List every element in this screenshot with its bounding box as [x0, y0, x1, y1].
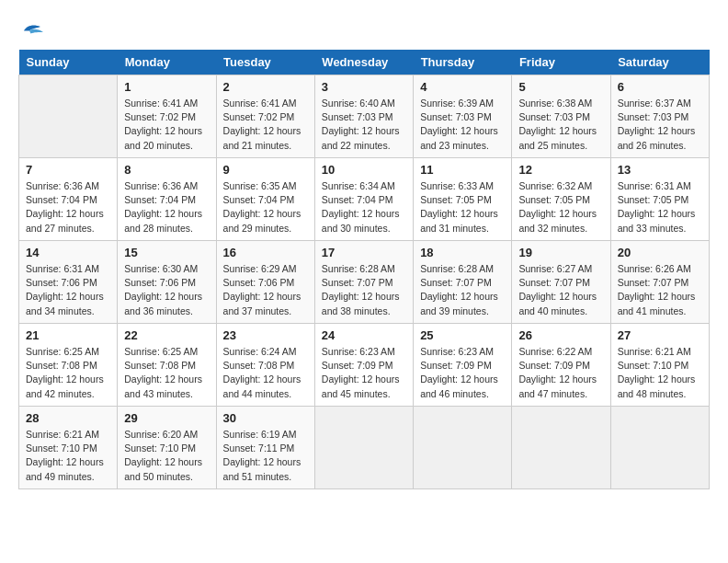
day-number: 14: [26, 246, 110, 259]
calendar-header-row: SundayMondayTuesdayWednesdayThursdayFrid…: [19, 50, 710, 75]
day-info: Sunrise: 6:25 AMSunset: 7:08 PMDaylight:…: [124, 345, 209, 401]
calendar-week-row: 28Sunrise: 6:21 AMSunset: 7:10 PMDayligh…: [19, 407, 710, 489]
day-number: 10: [322, 163, 406, 177]
day-info: Sunrise: 6:28 AMSunset: 7:07 PMDaylight:…: [420, 262, 505, 318]
day-number: 21: [26, 328, 110, 342]
calendar-cell: [414, 407, 512, 489]
calendar-cell: 21Sunrise: 6:25 AMSunset: 7:08 PMDayligh…: [19, 324, 118, 407]
calendar-cell: 2Sunrise: 6:41 AMSunset: 7:02 PMDaylight…: [216, 75, 314, 158]
calendar-cell: 3Sunrise: 6:40 AMSunset: 7:03 PMDaylight…: [314, 75, 413, 158]
column-header-tuesday: Tuesday: [216, 50, 314, 75]
column-header-sunday: Sunday: [19, 50, 118, 75]
day-info: Sunrise: 6:41 AMSunset: 7:02 PMDaylight:…: [223, 97, 308, 153]
calendar-cell: 29Sunrise: 6:20 AMSunset: 7:10 PMDayligh…: [118, 407, 216, 489]
day-info: Sunrise: 6:32 AMSunset: 7:05 PMDaylight:…: [518, 179, 603, 236]
calendar-cell: 13Sunrise: 6:31 AMSunset: 7:05 PMDayligh…: [610, 158, 709, 241]
calendar-cell: 11Sunrise: 6:33 AMSunset: 7:05 PMDayligh…: [414, 158, 512, 241]
calendar-cell: 4Sunrise: 6:39 AMSunset: 7:03 PMDaylight…: [414, 75, 512, 158]
calendar-cell: 28Sunrise: 6:21 AMSunset: 7:10 PMDayligh…: [19, 407, 118, 489]
calendar-table: SundayMondayTuesdayWednesdayThursdayFrid…: [18, 50, 710, 489]
calendar-cell: 30Sunrise: 6:19 AMSunset: 7:11 PMDayligh…: [216, 407, 314, 489]
calendar-week-row: 21Sunrise: 6:25 AMSunset: 7:08 PMDayligh…: [19, 324, 710, 407]
calendar-cell: 6Sunrise: 6:37 AMSunset: 7:03 PMDaylight…: [610, 75, 709, 158]
calendar-cell: 1Sunrise: 6:41 AMSunset: 7:02 PMDaylight…: [118, 75, 216, 158]
calendar-cell: 14Sunrise: 6:31 AMSunset: 7:06 PMDayligh…: [19, 241, 118, 324]
day-info: Sunrise: 6:39 AMSunset: 7:03 PMDaylight:…: [420, 97, 505, 153]
day-number: 8: [124, 163, 209, 177]
day-info: Sunrise: 6:29 AMSunset: 7:06 PMDaylight:…: [223, 262, 308, 318]
calendar-week-row: 7Sunrise: 6:36 AMSunset: 7:04 PMDaylight…: [19, 158, 710, 241]
calendar-week-row: 1Sunrise: 6:41 AMSunset: 7:02 PMDaylight…: [19, 75, 710, 158]
day-info: Sunrise: 6:24 AMSunset: 7:08 PMDaylight:…: [223, 345, 308, 401]
day-number: 22: [124, 328, 209, 342]
day-info: Sunrise: 6:31 AMSunset: 7:05 PMDaylight:…: [618, 179, 702, 236]
day-number: 1: [124, 80, 209, 94]
calendar-cell: [610, 407, 709, 489]
day-number: 18: [420, 246, 505, 259]
day-info: Sunrise: 6:38 AMSunset: 7:03 PMDaylight:…: [518, 97, 603, 153]
day-number: 7: [26, 163, 110, 177]
day-info: Sunrise: 6:37 AMSunset: 7:03 PMDaylight:…: [618, 97, 702, 153]
calendar-cell: 25Sunrise: 6:23 AMSunset: 7:09 PMDayligh…: [414, 324, 512, 407]
column-header-saturday: Saturday: [610, 50, 709, 75]
calendar-cell: 12Sunrise: 6:32 AMSunset: 7:05 PMDayligh…: [512, 158, 610, 241]
day-info: Sunrise: 6:28 AMSunset: 7:07 PMDaylight:…: [322, 262, 406, 318]
day-info: Sunrise: 6:27 AMSunset: 7:07 PMDaylight:…: [518, 262, 603, 318]
day-number: 12: [518, 163, 603, 177]
calendar-cell: [512, 407, 610, 489]
calendar-cell: 17Sunrise: 6:28 AMSunset: 7:07 PMDayligh…: [314, 241, 413, 324]
calendar-week-row: 14Sunrise: 6:31 AMSunset: 7:06 PMDayligh…: [19, 241, 710, 324]
day-info: Sunrise: 6:23 AMSunset: 7:09 PMDaylight:…: [420, 345, 505, 401]
day-number: 4: [420, 80, 505, 94]
day-info: Sunrise: 6:23 AMSunset: 7:09 PMDaylight:…: [322, 345, 406, 401]
day-number: 30: [223, 411, 308, 425]
column-header-monday: Monday: [118, 50, 216, 75]
day-number: 25: [420, 328, 505, 342]
calendar-cell: 8Sunrise: 6:36 AMSunset: 7:04 PMDaylight…: [118, 158, 216, 241]
calendar-cell: 19Sunrise: 6:27 AMSunset: 7:07 PMDayligh…: [512, 241, 610, 324]
day-info: Sunrise: 6:20 AMSunset: 7:10 PMDaylight:…: [124, 428, 209, 484]
day-info: Sunrise: 6:26 AMSunset: 7:07 PMDaylight:…: [618, 262, 702, 318]
day-info: Sunrise: 6:34 AMSunset: 7:04 PMDaylight:…: [322, 179, 406, 236]
calendar-cell: 23Sunrise: 6:24 AMSunset: 7:08 PMDayligh…: [216, 324, 314, 407]
day-number: 5: [518, 80, 603, 94]
day-info: Sunrise: 6:40 AMSunset: 7:03 PMDaylight:…: [322, 97, 406, 153]
day-info: Sunrise: 6:21 AMSunset: 7:10 PMDaylight:…: [618, 345, 702, 401]
day-number: 11: [420, 163, 505, 177]
day-number: 15: [124, 246, 209, 259]
logo: [18, 18, 50, 40]
day-info: Sunrise: 6:31 AMSunset: 7:06 PMDaylight:…: [26, 262, 110, 318]
day-number: 9: [223, 163, 308, 177]
day-number: 16: [223, 246, 308, 259]
day-info: Sunrise: 6:36 AMSunset: 7:04 PMDaylight:…: [124, 179, 209, 236]
day-number: 20: [618, 246, 702, 259]
day-number: 19: [518, 246, 603, 259]
day-info: Sunrise: 6:35 AMSunset: 7:04 PMDaylight:…: [223, 179, 308, 236]
calendar-cell: 26Sunrise: 6:22 AMSunset: 7:09 PMDayligh…: [512, 324, 610, 407]
calendar-cell: 27Sunrise: 6:21 AMSunset: 7:10 PMDayligh…: [610, 324, 709, 407]
column-header-wednesday: Wednesday: [314, 50, 413, 75]
day-info: Sunrise: 6:22 AMSunset: 7:09 PMDaylight:…: [518, 345, 603, 401]
logo-icon: [18, 18, 46, 40]
column-header-friday: Friday: [512, 50, 610, 75]
calendar-cell: 15Sunrise: 6:30 AMSunset: 7:06 PMDayligh…: [118, 241, 216, 324]
day-info: Sunrise: 6:19 AMSunset: 7:11 PMDaylight:…: [223, 428, 308, 484]
calendar-cell: 24Sunrise: 6:23 AMSunset: 7:09 PMDayligh…: [314, 324, 413, 407]
calendar-cell: 20Sunrise: 6:26 AMSunset: 7:07 PMDayligh…: [610, 241, 709, 324]
day-info: Sunrise: 6:30 AMSunset: 7:06 PMDaylight:…: [124, 262, 209, 318]
day-number: 26: [518, 328, 603, 342]
day-number: 6: [618, 80, 702, 94]
day-number: 3: [322, 80, 406, 94]
calendar-cell: 9Sunrise: 6:35 AMSunset: 7:04 PMDaylight…: [216, 158, 314, 241]
day-info: Sunrise: 6:41 AMSunset: 7:02 PMDaylight:…: [124, 97, 209, 153]
calendar-cell: 5Sunrise: 6:38 AMSunset: 7:03 PMDaylight…: [512, 75, 610, 158]
calendar-cell: 16Sunrise: 6:29 AMSunset: 7:06 PMDayligh…: [216, 241, 314, 324]
calendar-cell: 18Sunrise: 6:28 AMSunset: 7:07 PMDayligh…: [414, 241, 512, 324]
day-info: Sunrise: 6:33 AMSunset: 7:05 PMDaylight:…: [420, 179, 505, 236]
column-header-thursday: Thursday: [414, 50, 512, 75]
day-number: 28: [26, 411, 110, 425]
calendar-cell: 7Sunrise: 6:36 AMSunset: 7:04 PMDaylight…: [19, 158, 118, 241]
day-info: Sunrise: 6:21 AMSunset: 7:10 PMDaylight:…: [26, 428, 110, 484]
day-number: 23: [223, 328, 308, 342]
day-number: 2: [223, 80, 308, 94]
